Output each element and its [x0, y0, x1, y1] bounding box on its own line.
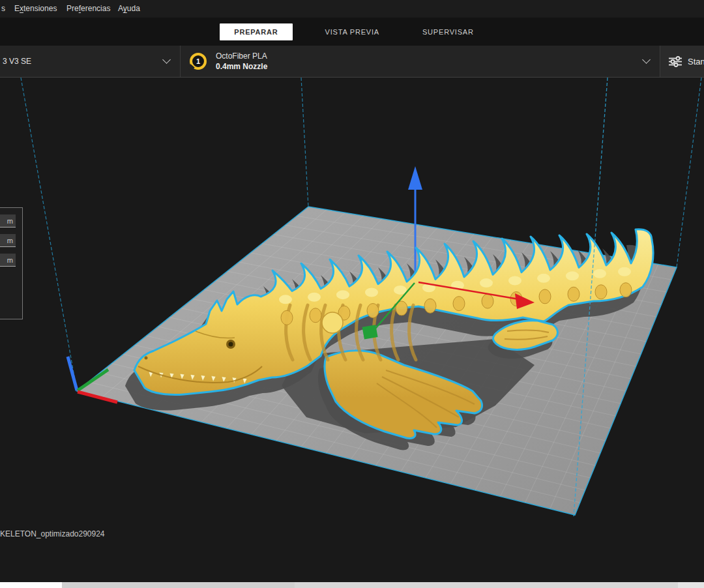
chevron-down-icon — [642, 55, 651, 64]
tab-preparar[interactable]: PREPARAR — [220, 23, 292, 40]
job-name-label: KELETON_optimizado290924 — [0, 529, 105, 538]
tab-vista-previa[interactable]: VISTA PREVIA — [315, 23, 390, 40]
print-settings-label: Stan — [688, 57, 704, 66]
printer-name: 3 V3 SE — [3, 57, 31, 66]
tool-field-z[interactable]: m — [0, 254, 16, 267]
stage-tab-bar: PREPARAR VISTA PREVIA SUPERVISAR — [0, 18, 704, 46]
menu-item-extensiones[interactable]: Extensiones — [14, 0, 57, 18]
menu-item-ayuda[interactable]: Ayuda — [118, 0, 140, 18]
print-settings-selector[interactable]: Stan — [660, 46, 704, 77]
material-selector[interactable]: 1 OctoFiber PLA 0.4mm Nozzle — [181, 46, 660, 77]
tool-field-y[interactable]: m — [0, 234, 16, 247]
printer-selector[interactable]: 3 V3 SE — [0, 46, 181, 77]
sliders-icon — [668, 56, 682, 67]
menu-item-preferencias[interactable]: Preferencias — [66, 0, 110, 18]
tab-supervisar[interactable]: SUPERVISAR — [412, 23, 484, 40]
material-name: OctoFiber PLA — [216, 51, 267, 61]
nozzle-size: 0.4mm Nozzle — [216, 62, 267, 71]
extruder-spool-icon: 1 — [190, 53, 207, 70]
configuration-bar: 3 V3 SE 1 OctoFiber PLA 0.4mm Nozzle Sta… — [0, 46, 704, 78]
menu-bar: s Extensiones Preferencias Ayuda — [0, 0, 704, 18]
chevron-down-icon — [162, 55, 171, 64]
bottom-window-edge — [0, 582, 704, 588]
build-plate-scene[interactable] — [0, 78, 704, 582]
menu-item-cut-fragment[interactable]: s — [1, 0, 5, 18]
cura-window: s Extensiones Preferencias Ayuda PREPARA… — [0, 0, 704, 588]
tool-field-x[interactable]: m — [0, 214, 16, 228]
3d-viewport[interactable]: m m m KELETON_optimizado290924 — [0, 78, 704, 582]
tool-settings-panel: m m m — [0, 207, 23, 319]
